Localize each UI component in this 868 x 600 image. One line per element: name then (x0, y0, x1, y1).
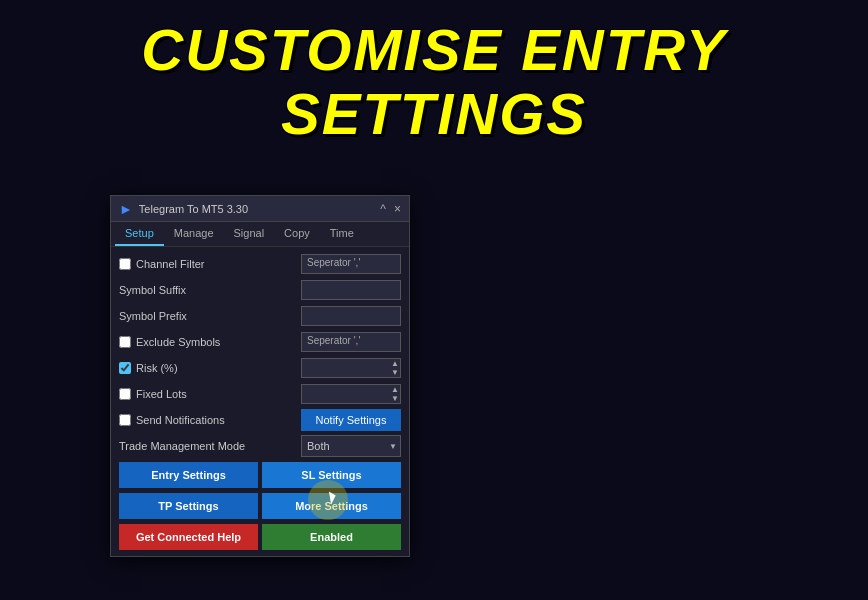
risk-spinner: 0.50 ▲ ▼ (301, 358, 401, 378)
exclude-symbols-label: Exclude Symbols (119, 336, 301, 348)
btn-row-2: TP Settings More Settings (119, 493, 401, 519)
tab-manage[interactable]: Manage (164, 222, 224, 246)
symbol-suffix-label: Symbol Suffix (119, 284, 301, 296)
page-title: CUSTOMISE ENTRY SETTINGS (0, 0, 868, 146)
fixed-lots-arrows: ▲ ▼ (391, 384, 399, 404)
risk-label: Risk (%) (119, 362, 301, 374)
risk-row: Risk (%) 0.50 ▲ ▼ (119, 357, 401, 379)
channel-filter-text: Channel Filter (136, 258, 204, 270)
fixed-lots-text: Fixed Lots (136, 388, 187, 400)
symbol-prefix-input[interactable] (301, 306, 401, 326)
app-window: ► Telegram To MT5 3.30 ^ × Setup Manage … (110, 195, 410, 557)
channel-filter-checkbox[interactable] (119, 258, 131, 270)
tab-signal[interactable]: Signal (224, 222, 275, 246)
fixed-lots-down-arrow[interactable]: ▼ (391, 395, 399, 403)
exclude-symbols-separator: Seperator ',' (301, 332, 401, 352)
tab-time[interactable]: Time (320, 222, 364, 246)
fixed-lots-up-arrow[interactable]: ▲ (391, 386, 399, 394)
exclude-symbols-text: Exclude Symbols (136, 336, 220, 348)
close-button[interactable]: × (394, 203, 401, 215)
title-bar-left: ► Telegram To MT5 3.30 (119, 201, 248, 217)
symbol-prefix-text: Symbol Prefix (119, 310, 187, 322)
risk-text: Risk (%) (136, 362, 178, 374)
title-bar-controls: ^ × (380, 203, 401, 215)
exclude-symbols-checkbox[interactable] (119, 336, 131, 348)
more-settings-button[interactable]: More Settings (262, 493, 401, 519)
tp-settings-button[interactable]: TP Settings (119, 493, 258, 519)
btn-row-1: Entry Settings SL Settings (119, 462, 401, 488)
form-content: Channel Filter Seperator ',' Symbol Suff… (111, 247, 409, 556)
trade-management-dropdown-container: Both Entry Only Management Only ▼ (301, 435, 401, 457)
symbol-prefix-row: Symbol Prefix (119, 305, 401, 327)
risk-input[interactable]: 0.50 (301, 358, 401, 378)
trade-management-select[interactable]: Both Entry Only Management Only (301, 435, 401, 457)
trade-management-label: Trade Management Mode (119, 440, 301, 452)
send-notifications-label: Send Notifications (119, 414, 301, 426)
notify-settings-button[interactable]: Notify Settings (301, 409, 401, 431)
get-connected-help-button[interactable]: Get Connected Help (119, 524, 258, 550)
risk-arrows: ▲ ▼ (391, 358, 399, 378)
send-notifications-checkbox[interactable] (119, 414, 131, 426)
app-icon: ► (119, 201, 133, 217)
trade-management-text: Trade Management Mode (119, 440, 245, 452)
fixed-lots-spinner: 0.01 ▲ ▼ (301, 384, 401, 404)
fixed-lots-label: Fixed Lots (119, 388, 301, 400)
send-notifications-text: Send Notifications (136, 414, 225, 426)
fixed-lots-checkbox[interactable] (119, 388, 131, 400)
channel-filter-label: Channel Filter (119, 258, 301, 270)
minimize-button[interactable]: ^ (380, 203, 386, 215)
nav-tabs: Setup Manage Signal Copy Time (111, 222, 409, 247)
exclude-symbols-row: Exclude Symbols Seperator ',' (119, 331, 401, 353)
symbol-prefix-label: Symbol Prefix (119, 310, 301, 322)
btn-row-3: Get Connected Help Enabled (119, 524, 401, 550)
tab-copy[interactable]: Copy (274, 222, 320, 246)
risk-down-arrow[interactable]: ▼ (391, 369, 399, 377)
tab-setup[interactable]: Setup (115, 222, 164, 246)
send-notifications-row: Send Notifications Notify Settings (119, 409, 401, 431)
fixed-lots-input[interactable]: 0.01 (301, 384, 401, 404)
trade-management-row: Trade Management Mode Both Entry Only Ma… (119, 435, 401, 457)
title-bar: ► Telegram To MT5 3.30 ^ × (111, 196, 409, 222)
sl-settings-button[interactable]: SL Settings (262, 462, 401, 488)
enabled-button[interactable]: Enabled (262, 524, 401, 550)
fixed-lots-row: Fixed Lots 0.01 ▲ ▼ (119, 383, 401, 405)
channel-filter-separator: Seperator ',' (301, 254, 401, 274)
window-title: Telegram To MT5 3.30 (139, 203, 248, 215)
risk-checkbox[interactable] (119, 362, 131, 374)
symbol-suffix-text: Symbol Suffix (119, 284, 186, 296)
symbol-suffix-row: Symbol Suffix (119, 279, 401, 301)
risk-up-arrow[interactable]: ▲ (391, 360, 399, 368)
entry-settings-button[interactable]: Entry Settings (119, 462, 258, 488)
symbol-suffix-input[interactable] (301, 280, 401, 300)
channel-filter-row: Channel Filter Seperator ',' (119, 253, 401, 275)
